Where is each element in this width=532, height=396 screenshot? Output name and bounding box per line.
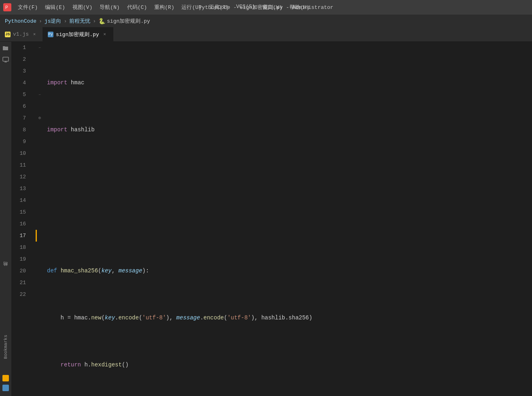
line-num-20: 20 bbox=[11, 265, 29, 277]
keyword-return: return bbox=[61, 359, 81, 371]
menu-view[interactable]: 视图(V) bbox=[69, 2, 96, 13]
py-file-icon: Py bbox=[48, 32, 53, 37]
bottom-icon-1[interactable] bbox=[2, 375, 9, 381]
gutter-18 bbox=[36, 242, 44, 253]
breadcrumb-file: sign加密规则.py bbox=[107, 17, 150, 25]
gutter-15 bbox=[36, 206, 44, 218]
tab-label-sign-py: sign加密规则.py bbox=[56, 31, 99, 38]
line-num-11: 11 bbox=[11, 159, 29, 171]
js-file-icon: JS bbox=[5, 32, 11, 37]
gutter-19 bbox=[36, 253, 44, 265]
line-num-3: 3 bbox=[11, 65, 29, 77]
gutter-17 bbox=[36, 230, 44, 242]
string-utf8-1: 'utf-8' bbox=[142, 312, 166, 324]
menu-edit[interactable]: 编辑(E) bbox=[42, 2, 68, 13]
line-num-6: 6 bbox=[11, 101, 29, 112]
breadcrumb-sep1: › bbox=[39, 18, 42, 24]
gutter-10 bbox=[36, 148, 44, 159]
tab-close-v1js[interactable]: × bbox=[31, 31, 38, 38]
code-line-7: return h. hexdigest () bbox=[47, 359, 526, 371]
breadcrumb-sep2: › bbox=[64, 18, 67, 24]
gutter-13 bbox=[36, 183, 44, 195]
bookmarks-sidebar-label: Bookmarks bbox=[3, 335, 8, 359]
breadcrumb-project[interactable]: PythonCode bbox=[5, 18, 36, 24]
code-line-2: import hashlib bbox=[47, 124, 526, 136]
line-num-19: 19 bbox=[11, 253, 29, 265]
file-type-icon: 🐍 bbox=[98, 18, 105, 25]
code-editor[interactable]: 1 2 3 4 5 6 7 8 9 10 11 12 13 14 15 16 1… bbox=[11, 42, 532, 396]
app-icon: P bbox=[3, 3, 11, 11]
keyword-def: def bbox=[47, 265, 57, 277]
tabs-bar: JS v1.js × Py sign加密规则.py × bbox=[0, 28, 532, 42]
scrollbar[interactable] bbox=[526, 42, 532, 396]
line-num-8: 8 bbox=[11, 124, 29, 136]
method-encode2: encode bbox=[204, 312, 224, 324]
svg-rect-2 bbox=[3, 57, 9, 61]
line-num-13: 13 bbox=[11, 183, 29, 195]
window-title: PythonCode - sign加密规则.py - Administrator bbox=[199, 4, 334, 11]
gutter-5: – bbox=[36, 89, 44, 101]
title-bar: P 文件(F) 编辑(E) 视图(V) 导航(N) 代码(C) 重构(R) 运行… bbox=[0, 0, 532, 15]
code-line-5: def hmac_sha256 ( key , message ): bbox=[47, 265, 526, 277]
string-utf8-2: 'utf-8' bbox=[227, 312, 251, 324]
param-message: message bbox=[118, 265, 142, 277]
menu-nav[interactable]: 导航(N) bbox=[96, 2, 123, 13]
gutter-7: ⊙ bbox=[36, 112, 44, 124]
gutter-1: – bbox=[36, 42, 44, 54]
breadcrumb: PythonCode › js逆向 › 前程无忧 › 🐍 sign加密规则.py bbox=[0, 15, 532, 28]
gutter: – – ⊙ bbox=[36, 42, 44, 396]
sidebar-left: 结构 Bookmarks bbox=[0, 42, 11, 396]
line-num-17: 17 bbox=[11, 230, 29, 242]
breadcrumb-path1[interactable]: js逆向 bbox=[45, 17, 62, 25]
menu-file[interactable]: 文件(F) bbox=[15, 2, 41, 13]
code-line-4 bbox=[47, 218, 526, 230]
line-num-9: 9 bbox=[11, 136, 29, 148]
monitor-icon[interactable] bbox=[1, 55, 11, 64]
method-new: new bbox=[91, 312, 101, 324]
main-area: 结构 Bookmarks 1 2 3 4 5 6 7 8 9 10 11 bbox=[0, 42, 532, 396]
gutter-14 bbox=[36, 195, 44, 206]
keyword-import-2: import bbox=[47, 124, 67, 136]
folder-icon[interactable] bbox=[1, 43, 11, 53]
breadcrumb-sep3: › bbox=[93, 18, 96, 24]
line-numbers: 1 2 3 4 5 6 7 8 9 10 11 12 13 14 15 16 1… bbox=[11, 42, 36, 396]
code-line-6: h = hmac. new ( key . encode ( 'utf-8' )… bbox=[47, 312, 526, 324]
gutter-8 bbox=[36, 124, 44, 136]
line-num-5: 5 bbox=[11, 89, 29, 101]
gutter-3 bbox=[36, 65, 44, 77]
line-num-4: 4 bbox=[11, 77, 29, 89]
line-num-21: 21 bbox=[11, 277, 29, 289]
method-encode1: encode bbox=[118, 312, 138, 324]
tab-sign-py[interactable]: Py sign加密规则.py × bbox=[43, 27, 113, 41]
var-message1: message bbox=[176, 312, 200, 324]
line-num-12: 12 bbox=[11, 171, 29, 183]
menu-code[interactable]: 代码(C) bbox=[124, 2, 150, 13]
method-hexdigest: hexdigest bbox=[91, 359, 122, 371]
line-num-15: 15 bbox=[11, 206, 29, 218]
menu-refactor[interactable]: 重构(R) bbox=[151, 2, 177, 13]
gutter-21 bbox=[36, 277, 44, 289]
line-num-16: 16 bbox=[11, 218, 29, 230]
param-key: key bbox=[101, 265, 111, 277]
gutter-11 bbox=[36, 159, 44, 171]
code-line-1: import hmac bbox=[47, 77, 526, 89]
bottom-icon-2[interactable] bbox=[2, 385, 9, 391]
line-num-7: 7 bbox=[11, 112, 29, 124]
line-num-22: 22 bbox=[11, 289, 29, 300]
tab-close-sign-py[interactable]: × bbox=[102, 31, 108, 38]
editor-area[interactable]: 1 2 3 4 5 6 7 8 9 10 11 12 13 14 15 16 1… bbox=[11, 42, 532, 396]
structure-sidebar-label: 结构 bbox=[3, 269, 9, 270]
line-num-2: 2 bbox=[11, 54, 29, 65]
code-content[interactable]: import hmac import hashlib def hmac_sha2… bbox=[44, 42, 526, 396]
breadcrumb-path2[interactable]: 前程无忧 bbox=[69, 17, 90, 25]
gutter-12 bbox=[36, 171, 44, 183]
fn-hmac-sha256: hmac_sha256 bbox=[61, 265, 98, 277]
tab-v1js[interactable]: JS v1.js × bbox=[0, 27, 43, 41]
code-line-3 bbox=[47, 171, 526, 183]
gutter-22 bbox=[36, 289, 44, 300]
gutter-16 bbox=[36, 218, 44, 230]
line-num-1: 1 bbox=[11, 42, 29, 54]
line-num-10: 10 bbox=[11, 148, 29, 159]
gutter-2 bbox=[36, 54, 44, 65]
gutter-6 bbox=[36, 101, 44, 112]
